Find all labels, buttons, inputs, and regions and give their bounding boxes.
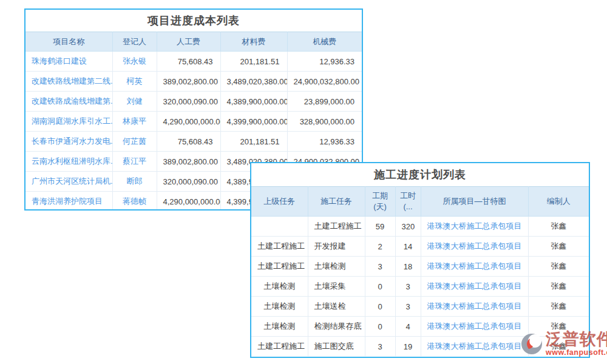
labor-cost-cell: 75,608.43 [157,132,220,152]
material-cost-cell: 4,399,900,000.00 [220,112,287,132]
machinery-cost-cell: 12,936.33 [287,132,362,152]
col-parent-task-header: 上级任务 [251,187,308,217]
construction-task-cell: 土壤采集 [308,277,365,297]
duration-cell: 3 [365,337,395,357]
project-name-link[interactable]: 长春市伊通河水力发电... [25,132,112,152]
table-row[interactable]: 土壤检测 土壤采集 0 3 港珠澳大桥施工总承包项目 张鑫 [251,277,589,297]
table-row[interactable]: 改建铁路成渝线增建第... 刘健 320,000,090.00 4,389,90… [25,92,362,112]
col-project-name-header: 项目名称 [25,32,112,52]
duration-cell: 0 [365,297,395,317]
project-name-link[interactable]: 改建铁路成渝线增建第... [25,92,112,112]
project-cost-table-title: 项目进度成本列表 [25,10,362,32]
labor-cost-cell: 75,608.43 [157,52,220,72]
hours-cell: 320 [395,217,421,237]
col-material-cost-header: 材料费 [220,32,287,52]
construction-plan-table: 上级任务 施工任务 工期(天) 工时(... 所属项目—甘特图 编制人 土建工程… [251,186,589,356]
material-cost-cell: 201,181.51 [220,52,287,72]
hours-cell: 19 [395,337,421,357]
registrant-cell: 林康平 [112,112,157,132]
fanpu-logo-text: 泛普软件 www.fanpusoft.com [546,331,607,357]
registrant-cell: 刘健 [112,92,157,112]
duration-cell: 0 [365,277,395,297]
labor-cost-cell: 389,002,800.00 [157,72,220,92]
registrant-cell: 蒋德帧 [112,192,157,211]
project-name-link[interactable]: 广州市天河区统计局机... [25,172,112,192]
fanpu-logo-icon [520,332,544,356]
project-gantt-link[interactable]: 港珠澳大桥施工总承包项目 [421,317,528,337]
col-labor-cost-header: 人工费 [157,32,220,52]
col-duration-header: 工期(天) [365,187,395,217]
project-gantt-link[interactable]: 港珠澳大桥施工总承包项目 [421,217,528,237]
parent-task-cell: 土建工程施工 [251,257,308,277]
parent-task-cell: 土建工程施工 [251,237,308,257]
parent-task-cell [251,217,308,237]
construction-plan-table-title: 施工进度计划列表 [251,163,589,186]
labor-cost-cell: 320,000,090.00 [157,172,220,192]
duration-cell: 0 [365,317,395,337]
author-cell: 张鑫 [528,217,589,237]
labor-cost-cell: 4,290,000,000.00 [157,112,220,132]
construction-task-cell: 开发报建 [308,237,365,257]
project-name-link[interactable]: 云南水利枢纽潜明水库... [25,152,112,172]
fanpu-logo-name: 泛普软件 [546,331,607,348]
cost-table-header-row: 项目名称 登记人 人工费 材料费 机械费 [25,32,362,52]
col-hours-header: 工时(... [395,187,421,217]
labor-cost-cell: 389,002,800.00 [157,152,220,172]
parent-task-cell: 土建工程施工 [251,337,308,357]
duration-cell: 2 [365,237,395,257]
construction-task-cell: 施工图交底 [308,337,365,357]
table-row[interactable]: 改建铁路线增建第二线... 柯英 389,002,800.00 3,489,02… [25,72,362,92]
table-row[interactable]: 土建工程施工 59 320 港珠澳大桥施工总承包项目 张鑫 [251,217,589,237]
table-row[interactable]: 土建工程施工 土壤检测 3 18 港珠澳大桥施工总承包项目 张鑫 [251,257,589,277]
fanpu-logo-url: www.fanpusoft.com [546,348,607,357]
machinery-cost-cell: 328,900,000.00 [287,112,362,132]
hours-cell: 18 [395,257,421,277]
hours-cell: 14 [395,237,421,257]
labor-cost-cell: 320,000,090.00 [157,92,220,112]
plan-table-header-row: 上级任务 施工任务 工期(天) 工时(... 所属项目—甘特图 编制人 [251,187,589,217]
project-gantt-link[interactable]: 港珠澳大桥施工总承包项目 [421,257,528,277]
registrant-cell: 断郎 [112,172,157,192]
parent-task-cell: 土壤检测 [251,297,308,317]
material-cost-cell: 4,389,900,000.00 [220,92,287,112]
table-row[interactable]: 珠海鹤港口建设 张永银 75,608.43 201,181.51 12,936.… [25,52,362,72]
machinery-cost-cell: 23,899,000.00 [287,92,362,112]
registrant-cell: 柯英 [112,72,157,92]
project-gantt-link[interactable]: 港珠澳大桥施工总承包项目 [421,237,528,257]
project-name-link[interactable]: 湖南洞庭湖水库引水工... [25,112,112,132]
col-construction-task-header: 施工任务 [308,187,365,217]
hours-cell: 3 [395,297,421,317]
project-name-link[interactable]: 珠海鹤港口建设 [25,52,112,72]
construction-task-cell: 检测结果存底 [308,317,365,337]
project-name-link[interactable]: 青海洪湖养护院项目 [25,192,112,211]
construction-task-cell: 土建工程施工 [308,217,365,237]
parent-task-cell: 土壤检测 [251,317,308,337]
col-registrant-header: 登记人 [112,32,157,52]
machinery-cost-cell: 24,900,032,800.00 [287,72,362,92]
project-gantt-link[interactable]: 港珠澳大桥施工总承包项目 [421,337,528,357]
labor-cost-cell: 4,290,000,000.00 [157,192,220,211]
project-name-link[interactable]: 改建铁路线增建第二线... [25,72,112,92]
author-cell: 张鑫 [528,277,589,297]
duration-cell: 59 [365,217,395,237]
material-cost-cell: 201,181.51 [220,132,287,152]
author-cell: 张鑫 [528,297,589,317]
construction-task-cell: 土壤送检 [308,297,365,317]
parent-task-cell: 土壤检测 [251,277,308,297]
table-row[interactable]: 土壤检测 土壤送检 0 3 港珠澳大桥施工总承包项目 张鑫 [251,297,589,317]
col-author-header: 编制人 [528,187,589,217]
table-row[interactable]: 土建工程施工 开发报建 2 14 港珠澳大桥施工总承包项目 张鑫 [251,237,589,257]
author-cell: 张鑫 [528,237,589,257]
table-row[interactable]: 湖南洞庭湖水库引水工... 林康平 4,290,000,000.00 4,399… [25,112,362,132]
hours-cell: 4 [395,317,421,337]
project-gantt-link[interactable]: 港珠澳大桥施工总承包项目 [421,297,528,317]
registrant-cell: 何芷茵 [112,132,157,152]
hours-cell: 3 [395,277,421,297]
machinery-cost-cell: 12,936.33 [287,52,362,72]
author-cell: 张鑫 [528,257,589,277]
table-row[interactable]: 长春市伊通河水力发电... 何芷茵 75,608.43 201,181.51 1… [25,132,362,152]
col-project-gantt-header: 所属项目—甘特图 [421,187,528,217]
duration-cell: 3 [365,257,395,277]
project-gantt-link[interactable]: 港珠澳大桥施工总承包项目 [421,277,528,297]
material-cost-cell: 3,489,020,380.00 [220,72,287,92]
